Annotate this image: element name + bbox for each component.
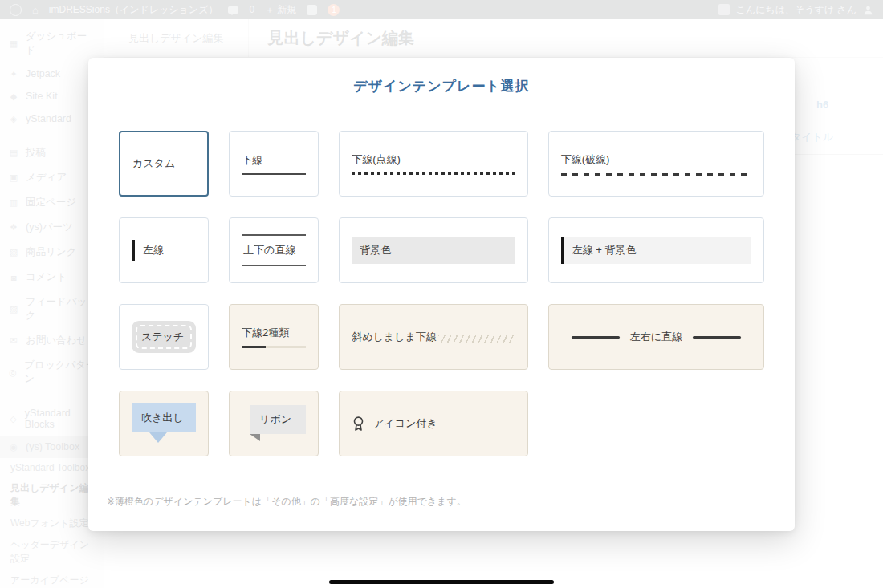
template-card-left-line[interactable]: 左線 — [119, 217, 209, 283]
template-card-diagonal-stripe-underline[interactable]: 斜めしましま下線 — [339, 304, 528, 370]
template-card-underline-dotted[interactable]: 下線(点線) — [339, 131, 528, 197]
template-preview-with-icon: アイコン付き — [352, 416, 515, 432]
template-preview-ribbon: リボン — [250, 405, 306, 434]
template-preview-left-line: 左線 — [132, 240, 196, 261]
template-preview-left-line-bg: 左線 + 背景色 — [561, 237, 751, 264]
template-preview-custom: カスタム — [132, 156, 195, 171]
template-preview-diagonal-stripe-underline: 斜めしましま下線 — [352, 330, 515, 344]
template-label: 吹き出し — [141, 412, 184, 424]
template-preview-stitch: ステッチ — [132, 321, 196, 353]
template-card-stitch[interactable]: ステッチ — [119, 304, 209, 370]
template-preview-underline: 下線 — [242, 153, 306, 175]
template-preview-top-bottom-line: 上下の直線 — [242, 234, 306, 266]
template-card-ribbon[interactable]: リボン — [229, 391, 319, 456]
template-card-with-icon[interactable]: アイコン付き — [339, 391, 528, 456]
screen: ⌂ imDRESSions（インドレッションズ） 0 ＋ 新規 1 こんにちは、… — [0, 0, 883, 588]
template-card-underline-dashed[interactable]: 下線(破線) — [548, 131, 764, 197]
template-card-side-lines[interactable]: 左右に直線 — [548, 304, 764, 370]
home-indicator[interactable] — [329, 580, 554, 584]
template-card-custom[interactable]: カスタム — [119, 131, 209, 197]
template-label: カスタム — [132, 157, 175, 169]
template-label: 上下の直線 — [243, 244, 295, 256]
template-preview-underline-dotted: 下線(点線) — [352, 152, 515, 175]
template-card-left-line-bg[interactable]: 左線 + 背景色 — [548, 217, 764, 283]
template-label: 下線(破線) — [561, 153, 610, 165]
template-preview-balloon: 吹き出し — [132, 403, 196, 432]
template-preview-two-underlines: 下線2種類 — [242, 326, 306, 348]
template-label: 下線(点線) — [352, 153, 401, 165]
template-preview-side-lines: 左右に直線 — [561, 330, 751, 344]
template-label: リボン — [259, 413, 291, 425]
design-template-modal: デザインテンプレート選択 カスタム下線下線(点線)下線(破線)左線上下の直線背景… — [88, 58, 795, 531]
template-label: 左右に直線 — [630, 330, 682, 344]
template-label: 斜めしましま下線 — [352, 330, 437, 344]
modal-footnote: ※薄橙色のデザインテンプレートは「その他」の「高度な設定」が使用できます。 — [107, 495, 764, 509]
template-card-balloon[interactable]: 吹き出し — [119, 391, 209, 456]
template-grid: カスタム下線下線(点線)下線(破線)左線上下の直線背景色左線 + 背景色ステッチ… — [119, 131, 764, 456]
diagonal-stripes-decoration — [438, 335, 515, 343]
template-preview-underline-dashed: 下線(破線) — [561, 152, 751, 176]
modal-title: デザインテンプレート選択 — [119, 77, 764, 95]
template-label: アイコン付き — [373, 416, 437, 431]
template-card-underline[interactable]: 下線 — [229, 131, 319, 197]
template-label: ステッチ — [141, 330, 184, 343]
template-card-background-color[interactable]: 背景色 — [339, 217, 528, 283]
template-label: 左線 — [143, 244, 164, 256]
template-label: 下線 — [242, 154, 262, 166]
template-label: 下線2種類 — [242, 326, 289, 339]
template-card-two-underlines[interactable]: 下線2種類 — [229, 304, 319, 370]
template-card-top-bottom-line[interactable]: 上下の直線 — [229, 217, 319, 283]
template-preview-background-color: 背景色 — [352, 237, 515, 264]
template-label: 背景色 — [360, 244, 391, 256]
template-label: 左線 + 背景色 — [572, 244, 637, 256]
medal-icon — [352, 416, 365, 432]
